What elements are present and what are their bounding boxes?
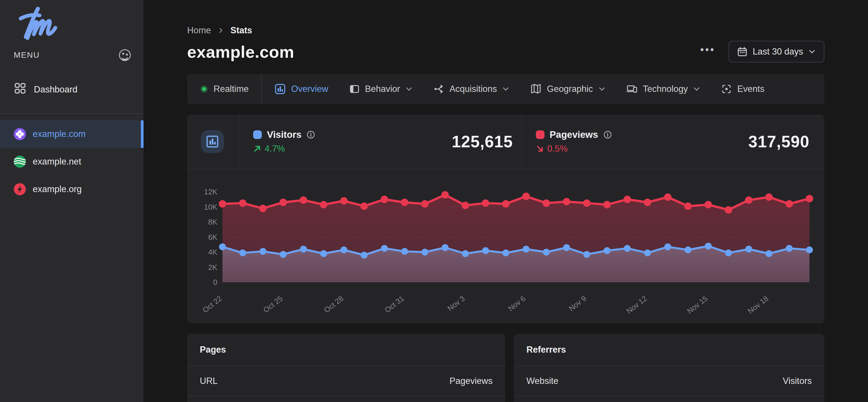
chevron-down-icon xyxy=(693,85,701,93)
visitors-change: 4.7% xyxy=(253,144,315,154)
sidebar-sites: example.com example.net example.org xyxy=(0,120,144,203)
sidebar-divider xyxy=(0,113,144,114)
main-content: Home Stats example.com ••• Last 30 days xyxy=(144,0,868,402)
svg-text:Nov 12: Nov 12 xyxy=(625,294,648,315)
pageviews-change: 0.5% xyxy=(536,144,612,154)
breadcrumb-current: Stats xyxy=(230,25,252,36)
pageviews-label: Pageviews xyxy=(550,129,598,140)
bolt-icon xyxy=(14,183,26,195)
tab-label: Geographic xyxy=(547,84,593,94)
header-actions: ••• Last 30 days xyxy=(700,41,825,63)
svg-text:Oct 28: Oct 28 xyxy=(322,294,345,314)
visitors-value: 125,615 xyxy=(452,132,513,151)
info-icon[interactable] xyxy=(603,130,612,139)
menu-label: MENU xyxy=(14,51,40,60)
overview-chart-icon xyxy=(274,83,286,95)
chevron-down-icon xyxy=(405,85,413,93)
visitors-change-value: 4.7% xyxy=(265,144,285,154)
sidebar-item-example-com[interactable]: example.com xyxy=(0,120,144,148)
tab-events[interactable]: Events xyxy=(711,74,775,104)
column-header-website: Website xyxy=(526,376,558,386)
waves-icon xyxy=(14,156,26,168)
visitors-swatch xyxy=(253,130,262,139)
visitors-stat: Visitors 4.7% xyxy=(253,129,315,154)
info-icon[interactable] xyxy=(307,130,315,139)
tab-label: Technology xyxy=(643,84,688,94)
traffic-chart: 02K4K6K8K10K12KOct 22Oct 25Oct 28Oct 31N… xyxy=(187,170,825,323)
tab-label: Behavior xyxy=(365,84,400,94)
date-range-label: Last 30 days xyxy=(753,47,803,57)
page-title: example.com xyxy=(187,42,294,61)
pageviews-swatch xyxy=(536,130,545,139)
referrers-panel: Referrers Website Visitors xyxy=(514,334,825,402)
svg-text:Nov 9: Nov 9 xyxy=(567,294,588,313)
stat-header-row: Visitors 4.7% 125,615 xyxy=(187,115,825,169)
column-header-pageviews: Pageviews xyxy=(450,376,493,386)
behavior-layout-icon xyxy=(349,84,360,94)
tab-divider xyxy=(261,74,262,104)
menu-row: MENU xyxy=(0,49,144,61)
pages-panel-title: Pages xyxy=(187,334,505,366)
tm-logo[interactable] xyxy=(12,6,61,43)
sidebar-item-label: Dashboard xyxy=(34,85,78,95)
breadcrumb-home-link[interactable]: Home xyxy=(187,25,211,36)
svg-text:Oct 22: Oct 22 xyxy=(201,294,224,314)
stats-tabbar: Realtime Overview Behavior xyxy=(187,74,825,104)
referrers-panel-title: Referrers xyxy=(514,334,825,366)
tab-label: Overview xyxy=(291,84,328,94)
svg-text:Oct 25: Oct 25 xyxy=(261,294,284,314)
svg-text:Nov 6: Nov 6 xyxy=(506,294,527,313)
acquisitions-branch-icon xyxy=(433,84,444,94)
svg-text:2K: 2K xyxy=(208,263,217,272)
tab-overview[interactable]: Overview xyxy=(264,74,338,104)
clover-icon xyxy=(14,128,26,140)
tab-realtime[interactable]: Realtime xyxy=(189,74,259,104)
svg-text:Nov 3: Nov 3 xyxy=(446,294,466,313)
tab-label: Events xyxy=(737,84,764,94)
chart-iconbox[interactable] xyxy=(201,130,224,153)
sidebar-item-example-org[interactable]: example.org xyxy=(0,176,144,203)
pageviews-change-value: 0.5% xyxy=(547,144,568,154)
sidebar-item-dashboard[interactable]: Dashboard xyxy=(0,79,144,100)
chevron-down-icon xyxy=(502,85,509,93)
sidebar: MENU Dashboard xyxy=(0,0,144,402)
stat-divider xyxy=(522,115,522,168)
tab-behavior[interactable]: Behavior xyxy=(339,74,423,104)
overview-card: Visitors 4.7% 125,615 xyxy=(187,115,825,323)
technology-devices-icon xyxy=(626,83,638,95)
svg-text:12K: 12K xyxy=(204,187,218,196)
svg-text:6K: 6K xyxy=(208,233,217,242)
more-menu-button[interactable]: ••• xyxy=(700,44,715,59)
site-label: example.org xyxy=(33,184,82,194)
pageviews-stat: Pageviews 0.5% xyxy=(536,129,612,154)
column-header-url: URL xyxy=(200,376,218,386)
chevron-down-icon xyxy=(808,48,816,55)
svg-text:Nov 18: Nov 18 xyxy=(746,294,770,315)
column-header-visitors: Visitors xyxy=(783,376,812,386)
site-label: example.com xyxy=(33,129,86,139)
realtime-pulse-icon xyxy=(200,85,208,93)
calendar-icon xyxy=(737,47,747,57)
traffic-chart-svg: 02K4K6K8K10K12KOct 22Oct 25Oct 28Oct 31N… xyxy=(187,170,825,323)
chevron-down-icon xyxy=(598,85,606,93)
svg-text:4K: 4K xyxy=(208,248,217,256)
tm-logo-icon xyxy=(12,6,61,42)
arrow-down-right-icon xyxy=(536,145,544,153)
tab-label: Acquisitions xyxy=(450,84,497,94)
svg-text:10K: 10K xyxy=(204,203,218,211)
bar-chart-icon xyxy=(206,135,219,148)
svg-text:8K: 8K xyxy=(208,218,217,226)
tab-geographic[interactable]: Geographic xyxy=(520,74,616,104)
svg-text:Oct 31: Oct 31 xyxy=(383,294,406,314)
tab-technology[interactable]: Technology xyxy=(616,74,711,104)
pageviews-value: 317,590 xyxy=(748,132,809,151)
sidebar-item-example-net[interactable]: example.net xyxy=(0,148,144,176)
svg-text:Nov 15: Nov 15 xyxy=(685,294,709,315)
tab-acquisitions[interactable]: Acquisitions xyxy=(423,74,520,104)
svg-text:0: 0 xyxy=(213,278,217,286)
visitors-label: Visitors xyxy=(267,129,301,140)
dashboard-grid-icon xyxy=(14,82,26,97)
tab-label: Realtime xyxy=(214,84,249,94)
profile-face-icon[interactable] xyxy=(118,49,131,62)
date-range-button[interactable]: Last 30 days xyxy=(728,41,825,63)
